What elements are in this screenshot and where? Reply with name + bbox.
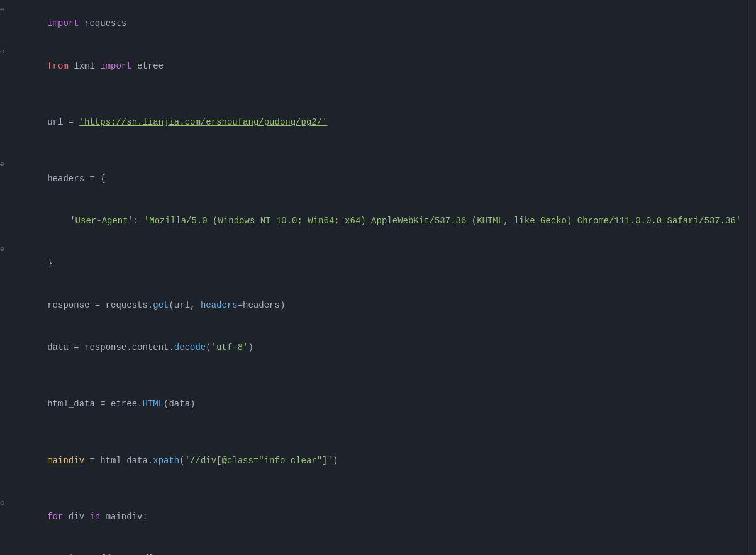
fold-16[interactable]: ⊖ xyxy=(0,498,4,510)
fold-6[interactable]: ⊖ xyxy=(0,159,4,171)
line-15 xyxy=(0,481,756,495)
line-16: ⊖ for div in maindiv: xyxy=(0,496,756,538)
line-10: data = response.content.decode('utf-8') xyxy=(0,327,756,369)
line-5 xyxy=(0,143,756,157)
line-17: house_lists = {} xyxy=(0,538,756,555)
code-editor: ⊖ import requests ⊖ from lxml import etr… xyxy=(0,0,756,555)
line-9: response = requests.get(url, headers=hea… xyxy=(0,284,756,327)
line-12: html_data = etree.HTML(data) xyxy=(0,383,756,425)
code-area: ⊖ import requests ⊖ from lxml import etr… xyxy=(0,0,756,555)
line-8: ⊖ } xyxy=(0,242,756,284)
line-1: ⊖ import requests xyxy=(0,3,756,45)
line-13 xyxy=(0,425,756,439)
line-6: ⊖ headers = { xyxy=(0,157,756,199)
line-11 xyxy=(0,369,756,383)
line-7: 'User-Agent': 'Mozilla/5.0 (Windows NT 1… xyxy=(0,199,756,242)
scrollbar[interactable] xyxy=(747,0,756,555)
fold-2[interactable]: ⊖ xyxy=(0,47,4,59)
line-14: maindiv = html_data.xpath('//div[@class=… xyxy=(0,439,756,481)
fold-8[interactable]: ⊖ xyxy=(0,244,4,256)
line-3 xyxy=(0,87,756,101)
fold-1[interactable]: ⊖ xyxy=(0,4,4,16)
line-2: ⊖ from lxml import etree xyxy=(0,45,756,87)
line-4: url = 'https://sh.lianjia.com/ershoufang… xyxy=(0,101,756,143)
